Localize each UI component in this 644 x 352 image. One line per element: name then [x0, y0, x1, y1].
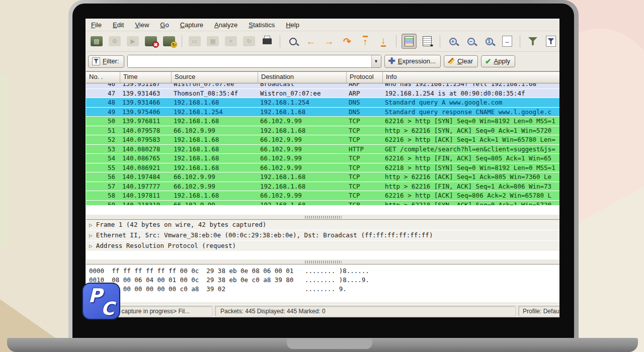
- file-save-button[interactable]: ▦: [205, 34, 220, 49]
- packet-row-48[interactable]: 48139.931466192.168.1.68192.168.1.254DNS…: [86, 98, 559, 108]
- capture-restart-button[interactable]: ↻: [162, 34, 177, 49]
- column-header-protocol[interactable]: Protocol: [347, 72, 383, 83]
- menu-view[interactable]: View: [135, 21, 149, 29]
- expression-plus-icon: ✚: [388, 57, 395, 65]
- column-header-destination[interactable]: Destination: [258, 72, 347, 83]
- clear-broom-icon: [448, 58, 455, 65]
- packet-row-54[interactable]: 54140.086765192.168.1.6866.102.9.99TCP62…: [86, 154, 559, 163]
- apply-button[interactable]: ✔ Apply: [481, 55, 515, 67]
- filter-button[interactable]: Filter:: [88, 55, 124, 68]
- file-reload-button[interactable]: ↻: [242, 34, 257, 49]
- capture-options-icon: ⚙: [109, 36, 121, 46]
- expander-icon[interactable]: ▷: [89, 243, 93, 249]
- colorize-icon: [405, 36, 414, 46]
- detail-row-frame[interactable]: ▷Frame 1 (42 bytes on wire, 42 bytes cap…: [86, 220, 559, 230]
- file-close-button[interactable]: ×: [223, 34, 238, 49]
- packet-row-59[interactable]: 59140.21831966.102.9.99192.168.1.68TCPht…: [86, 201, 559, 206]
- menu-help[interactable]: Help: [286, 21, 299, 29]
- column-header-time[interactable]: Time: [120, 72, 172, 83]
- filter-input[interactable]: [128, 55, 371, 67]
- hex-line: 0010 08 00 06 04 00 01 00 0c 29 38 eb 0e…: [89, 276, 559, 285]
- colorize-toggle-button[interactable]: [401, 34, 417, 49]
- toolbar-separator: [280, 35, 280, 47]
- background-shape-green: [0, 75, 8, 246]
- status-profile: Profile: Default: [518, 306, 559, 316]
- status-packet-counts: Packets: 445 Displayed: 445 Marked: 0: [215, 306, 516, 316]
- packet-row-50[interactable]: 50139.976811192.168.1.6866.102.9.99TCP62…: [86, 117, 559, 126]
- menu-capture[interactable]: Capture: [180, 21, 203, 29]
- go-to-bottom-button[interactable]: ↓: [376, 34, 391, 49]
- nav-goto-icon: ↷: [343, 37, 351, 46]
- menu-analyze[interactable]: Analyze: [214, 21, 237, 29]
- go-to-top-button[interactable]: ↑: [358, 34, 373, 49]
- laptop-screen-frame: File Edit View Go Capture Analyze Statis…: [68, 0, 579, 339]
- splitter-grip: [304, 260, 342, 263]
- zoom-100-icon: 1: [486, 38, 493, 45]
- packet-row-47[interactable]: 47139.931463ThomsonT_08:35:4fWistron_07:…: [86, 89, 559, 99]
- display-filters-button[interactable]: [543, 34, 558, 49]
- menu-file[interactable]: File: [91, 21, 102, 29]
- column-header-source[interactable]: Source: [172, 72, 258, 83]
- capture-stop-button[interactable]: ✖: [143, 34, 158, 49]
- file-open-button[interactable]: ▭: [187, 34, 202, 49]
- filter-dropdown-button[interactable]: ▼: [371, 55, 381, 67]
- expression-button[interactable]: ✚ Expression...: [384, 55, 441, 68]
- find-button[interactable]: [285, 34, 300, 49]
- capture-start-button[interactable]: ▶: [125, 34, 140, 49]
- packet-list-pane: No. . Time Source Destination Protocol I…: [86, 71, 559, 215]
- apply-button-label: Apply: [494, 57, 511, 65]
- list-interfaces-button[interactable]: ▤: [89, 34, 104, 49]
- nav-top-icon: ↑: [363, 36, 368, 47]
- filter-combo: ▼: [127, 55, 381, 68]
- watermark-letter-p: P: [88, 285, 102, 307]
- toolbar-separator: [440, 35, 440, 47]
- hex-dump-pane[interactable]: 0000 ff ff ff ff ff ff 00 0c 29 38 eb 0e…: [86, 264, 559, 302]
- column-header-info[interactable]: Info: [383, 72, 559, 83]
- watermark-logo: P C: [82, 283, 120, 320]
- packet-row-57[interactable]: 57140.19777766.102.9.99192.168.1.68TCPht…: [86, 182, 559, 192]
- packet-row-56[interactable]: 56140.19748466.102.9.99192.168.1.68TCPht…: [86, 172, 559, 182]
- go-back-button[interactable]: ←: [303, 34, 318, 49]
- packet-row-49[interactable]: 49139.975406192.168.1.254192.168.1.68DNS…: [86, 108, 559, 117]
- menu-go[interactable]: Go: [160, 21, 169, 29]
- filter-button-label: Filter:: [103, 57, 119, 65]
- packet-row-55[interactable]: 55140.086921192.168.1.6866.102.9.99TCP62…: [86, 163, 559, 173]
- resize-columns-button[interactable]: ↔: [500, 34, 515, 49]
- zoom-out-button[interactable]: −: [463, 34, 478, 49]
- pane-splitter-1[interactable]: [86, 215, 559, 219]
- capture-stop-icon: ✖: [145, 36, 157, 46]
- pane-splitter-2[interactable]: [86, 259, 559, 264]
- packet-row-46[interactable]: 46139.931187Wistron_07:07:eeBroadcastARP…: [86, 83, 559, 89]
- zoom-100-button[interactable]: 1: [481, 34, 497, 49]
- capture-options-button[interactable]: ⚙: [107, 34, 122, 49]
- clear-button[interactable]: Clear: [444, 55, 478, 67]
- detail-row-ethernet[interactable]: ▷Ethernet II, Src: Vmware_38:eb:0e (00:0…: [86, 230, 559, 241]
- menu-statistics[interactable]: Statistics: [249, 21, 275, 29]
- packet-details-pane: ▷Frame 1 (42 bytes on wire, 42 bytes cap…: [86, 219, 559, 259]
- expander-icon[interactable]: ▷: [89, 222, 93, 228]
- toolbar-separator: [396, 35, 396, 47]
- go-forward-button[interactable]: →: [321, 34, 337, 49]
- laptop-bezel: File Edit View Go Capture Analyze Statis…: [72, 4, 574, 339]
- column-header-no[interactable]: No. .: [86, 72, 120, 83]
- find-icon: [289, 38, 297, 45]
- packet-row-52[interactable]: 52140.079583192.168.1.6866.102.9.99TCP62…: [86, 135, 559, 145]
- auto-scroll-button[interactable]: [420, 34, 435, 49]
- go-to-packet-button[interactable]: ↷: [340, 34, 355, 49]
- print-button[interactable]: [260, 34, 275, 49]
- detail-row-arp[interactable]: ▷Address Resolution Protocol (request): [86, 241, 559, 251]
- packet-rows: 46139.931187Wistron_07:07:eeBroadcastARP…: [86, 83, 559, 205]
- resize-columns-icon: ↔: [502, 36, 512, 47]
- capture-filters-button[interactable]: [525, 34, 540, 49]
- file-close-icon: ×: [225, 36, 237, 46]
- hex-line: 0000 ff ff ff ff ff ff 00 0c 29 38 eb 0e…: [89, 267, 559, 276]
- file-open-icon: ▭: [189, 36, 201, 46]
- packet-row-53[interactable]: 53140.080278192.168.1.6866.102.9.99HTTPG…: [86, 145, 559, 154]
- packet-list-header: No. . Time Source Destination Protocol I…: [86, 72, 559, 83]
- menu-edit[interactable]: Edit: [113, 21, 124, 29]
- laptop-hinge-notch: [287, 338, 372, 349]
- packet-row-51[interactable]: 51140.07957866.102.9.99192.168.1.68TCPht…: [86, 126, 559, 136]
- packet-row-58[interactable]: 58140.197811192.168.1.6866.102.9.99TCP62…: [86, 191, 559, 201]
- zoom-in-button[interactable]: +: [445, 34, 460, 49]
- expander-icon[interactable]: ▷: [89, 232, 93, 239]
